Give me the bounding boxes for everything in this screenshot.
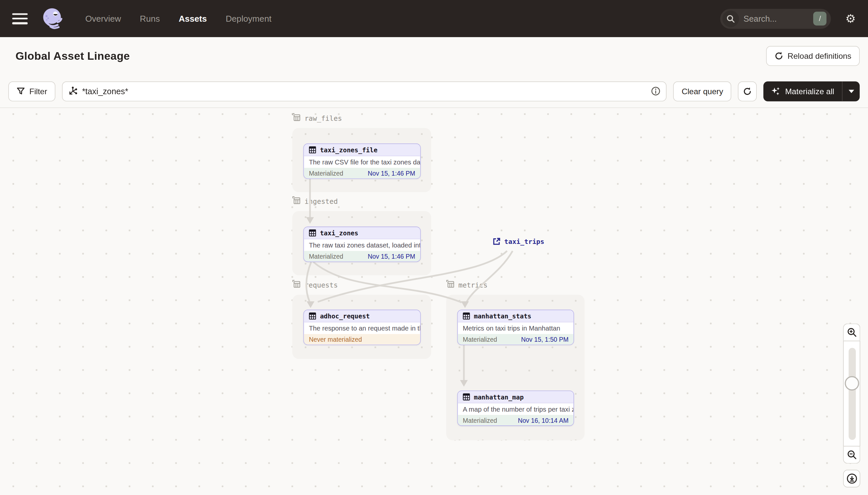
external-asset-taxi-trips[interactable]: taxi_trips: [493, 238, 544, 245]
asset-group-icon: [292, 196, 300, 206]
filter-funnel-icon: [17, 87, 25, 95]
group-label-raw-files[interactable]: raw_files: [292, 113, 342, 123]
status-badge: Materialized: [309, 170, 343, 176]
asset-description: Metrics on taxi trips in Manhattan: [458, 322, 574, 334]
materialization-timestamp[interactable]: Nov 16, 10:14 AM: [518, 417, 568, 424]
asset-description: The raw CSV file for the taxi zones dat.…: [304, 156, 420, 168]
page-title: Global Asset Lineage: [15, 50, 130, 62]
status-badge: Materialized: [463, 417, 497, 424]
settings-gear-icon[interactable]: ⚙: [845, 13, 856, 24]
asset-node-taxi-zones-file[interactable]: taxi_zones_file The raw CSV file for the…: [303, 143, 421, 179]
asset-description: The response to an request made in th...: [304, 322, 420, 334]
asset-node-manhattan-map[interactable]: manhattan_map A map of the number of tri…: [457, 391, 574, 426]
top-nav-bar: Overview Runs Assets Deployment / ⚙: [0, 0, 868, 37]
asset-description: The raw taxi zones dataset, loaded int..…: [304, 239, 420, 251]
group-label-metrics[interactable]: metrics: [446, 280, 488, 290]
materialize-options-caret[interactable]: [842, 81, 860, 101]
zoom-in-icon: [847, 327, 856, 337]
status-badge: Materialized: [463, 336, 497, 342]
zoom-slider-handle[interactable]: [845, 376, 859, 391]
zoom-slider-track[interactable]: [848, 348, 855, 440]
reload-icon: [774, 52, 783, 61]
zoom-in-button[interactable]: [843, 324, 860, 341]
asset-name: taxi_zones_file: [320, 146, 377, 154]
materialization-timestamp[interactable]: Nov 15, 1:50 PM: [521, 336, 569, 342]
primary-nav: Overview Runs Assets Deployment: [85, 14, 272, 23]
group-name: requests: [304, 281, 338, 289]
asset-name: manhattan_map: [474, 393, 524, 401]
materialize-all-split-button: Materialize all: [764, 81, 860, 101]
materialization-timestamp[interactable]: Nov 15, 1:46 PM: [368, 170, 415, 176]
info-icon[interactable]: [651, 86, 661, 96]
asset-selection-input[interactable]: [82, 86, 647, 96]
global-search[interactable]: /: [720, 8, 831, 29]
status-badge: Materialized: [309, 253, 343, 259]
chevron-down-icon: [848, 90, 854, 93]
materialize-all-button[interactable]: Materialize all: [764, 81, 842, 101]
table-icon: [463, 393, 470, 400]
nav-overview[interactable]: Overview: [85, 14, 121, 23]
reload-definitions-button[interactable]: Reload definitions: [766, 46, 860, 66]
asset-group-icon: [292, 280, 300, 290]
asset-group-icon: [446, 280, 454, 290]
group-name: metrics: [458, 281, 488, 289]
app-window: Overview Runs Assets Deployment / ⚙ Glob…: [0, 0, 868, 495]
refresh-icon: [743, 87, 752, 96]
materialization-timestamp[interactable]: Nov 15, 1:46 PM: [368, 253, 415, 259]
edge-taxitrips-stats: [467, 251, 513, 302]
nav-deployment[interactable]: Deployment: [226, 14, 272, 23]
zoom-out-icon: [847, 450, 856, 460]
asset-name: taxi_trips: [504, 238, 544, 245]
status-badge: Never materialized: [309, 336, 362, 342]
table-icon: [309, 312, 316, 320]
nav-assets[interactable]: Assets: [179, 14, 207, 23]
nav-runs[interactable]: Runs: [140, 14, 160, 23]
asset-name: taxi_zones: [320, 229, 358, 237]
search-input[interactable]: [744, 14, 809, 23]
download-view-button[interactable]: [843, 470, 860, 488]
dagster-logo-icon[interactable]: [41, 6, 65, 31]
asset-description: A map of the number of trips per taxi z.…: [458, 404, 574, 415]
asset-selection-icon: [68, 86, 78, 96]
lineage-toolbar: Filter Clear query: [0, 75, 868, 108]
table-icon: [309, 229, 316, 237]
filter-button[interactable]: Filter: [8, 81, 55, 101]
asset-name: adhoc_request: [320, 312, 370, 320]
refresh-button[interactable]: [738, 81, 757, 101]
asset-node-taxi-zones[interactable]: taxi_zones The raw taxi zones dataset, l…: [303, 226, 421, 262]
group-label-requests[interactable]: requests: [292, 280, 338, 290]
group-name: ingested: [304, 197, 338, 205]
asset-selection-input-wrap: [62, 81, 667, 101]
lineage-canvas[interactable]: raw_files ingested requests metrics taxi…: [0, 108, 868, 495]
hamburger-menu-icon[interactable]: [12, 13, 28, 24]
asset-node-adhoc-request[interactable]: adhoc_request The response to an request…: [303, 309, 421, 345]
download-icon: [846, 473, 857, 484]
table-icon: [463, 312, 470, 320]
asset-node-manhattan-stats[interactable]: manhattan_stats Metrics on taxi trips in…: [457, 309, 574, 345]
group-label-ingested[interactable]: ingested: [292, 196, 338, 206]
page-header: Global Asset Lineage Reload definitions: [0, 37, 868, 75]
asset-group-icon: [292, 113, 300, 123]
search-icon: [722, 10, 739, 27]
zoom-out-button[interactable]: [843, 446, 860, 463]
clear-query-button[interactable]: Clear query: [673, 81, 731, 101]
group-name: raw_files: [304, 114, 342, 122]
external-link-icon: [493, 238, 501, 245]
lineage-edges: [0, 108, 868, 495]
table-icon: [309, 147, 316, 154]
zoom-controls: [843, 324, 860, 488]
sparkles-icon: [771, 86, 781, 96]
search-shortcut-badge: /: [813, 12, 827, 25]
zoom-slider[interactable]: [843, 341, 860, 446]
asset-name: manhattan_stats: [474, 312, 531, 320]
